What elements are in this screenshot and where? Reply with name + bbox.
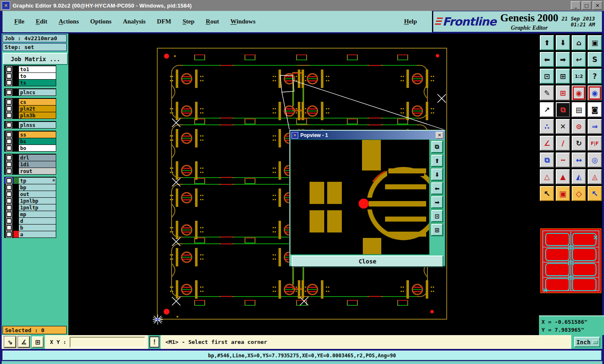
layer-checkbox[interactable]	[5, 121, 13, 128]
layer-label[interactable]: 1pnltp	[19, 204, 56, 211]
layer-row-plnss[interactable]: plnss	[5, 121, 56, 128]
edit-attributes-button[interactable]: ✎	[540, 85, 554, 101]
layer-checkbox[interactable]	[5, 231, 13, 238]
mirror-button[interactable]: F|F	[588, 136, 602, 151]
copy-button[interactable]: ⧉	[556, 102, 570, 117]
layer-checkbox[interactable]	[5, 211, 13, 217]
close-button[interactable]: ✕	[593, 1, 602, 10]
layer-label[interactable]: bp	[19, 184, 56, 191]
layer-label[interactable]: to1	[19, 66, 56, 72]
layer-color-swatch[interactable]	[13, 231, 19, 238]
layer-label[interactable]: pln3b	[19, 112, 56, 119]
menu-item-options[interactable]: Options	[90, 18, 112, 25]
popview-zoom-extents-button[interactable]: ⊡	[431, 210, 443, 222]
menu-item-actions[interactable]: Actions	[59, 18, 79, 25]
menu-item-step[interactable]: Step	[182, 18, 194, 25]
change-symbol-button[interactable]: ⇒	[588, 119, 602, 134]
layer-color-swatch[interactable]	[13, 154, 19, 161]
menu-item-help[interactable]: Help	[404, 18, 417, 25]
snap-grid-button[interactable]: ⊞	[556, 85, 570, 101]
layer-row-tp[interactable]: tp⊞	[5, 177, 56, 184]
layer-checkbox[interactable]	[5, 154, 13, 161]
layer-row-a[interactable]: a	[5, 231, 56, 238]
layer-row-bs[interactable]: bs	[5, 138, 56, 145]
move-button[interactable]: ↗	[540, 102, 554, 117]
layer-checkbox[interactable]	[5, 112, 13, 119]
layer-label[interactable]: bs	[19, 138, 56, 145]
popview-close-x-button[interactable]: ✕	[436, 132, 443, 139]
layer-color-swatch[interactable]	[13, 161, 19, 168]
menu-item-dfm[interactable]: DFM	[157, 18, 171, 25]
layer-row-to1[interactable]: to1	[5, 66, 56, 72]
layer-color-swatch[interactable]	[13, 89, 19, 96]
layer-row-mp[interactable]: mp	[5, 211, 56, 217]
layer-checkbox[interactable]	[5, 204, 13, 211]
panel-overview[interactable]	[540, 228, 601, 293]
popview-zoom-out-button[interactable]: ⬇	[431, 168, 443, 181]
popview-zoom-in-button[interactable]: ⬆	[431, 155, 443, 167]
break-line-button[interactable]: ╍	[556, 152, 570, 168]
menu-item-windows[interactable]: Windows	[230, 18, 255, 25]
menu-item-analysis[interactable]: Analysis	[123, 18, 146, 25]
units-dropdown[interactable]: Inch	[574, 337, 600, 347]
layer-label[interactable]: to	[19, 72, 56, 79]
layer-color-swatch[interactable]	[13, 98, 19, 105]
popview-zoom-fit-button[interactable]: ⊞	[431, 224, 443, 236]
layer-expand-icon[interactable]: ⊞	[53, 178, 55, 182]
previous-view-button[interactable]: ↩	[572, 52, 586, 67]
highlight-net-button[interactable]: ◉	[572, 85, 586, 101]
popview-pan-left-button[interactable]: ⬅	[431, 182, 443, 194]
layer-row-out[interactable]: out	[5, 191, 56, 197]
layer-checkbox[interactable]	[5, 66, 13, 72]
layer-checkbox[interactable]	[5, 168, 13, 174]
layer-checkbox[interactable]	[5, 197, 13, 204]
layer-color-swatch[interactable]	[13, 211, 19, 217]
layer-color-swatch[interactable]	[13, 112, 19, 119]
window-xy-button[interactable]: ▣	[588, 35, 602, 50]
delete-button[interactable]: ✕	[556, 119, 570, 134]
copy-to-layer-button[interactable]: ⧉	[540, 152, 554, 168]
layer-color-swatch[interactable]	[13, 66, 19, 72]
layer-color-swatch[interactable]	[13, 184, 19, 191]
line-width-button[interactable]: ↔	[572, 152, 586, 168]
layer-row-drl[interactable]: drl	[5, 154, 56, 161]
help-button[interactable]: ?	[588, 69, 602, 84]
layer-color-swatch[interactable]	[13, 168, 19, 174]
layer-checkbox[interactable]	[5, 131, 13, 138]
highlight-net-alt-button[interactable]: ◉	[588, 85, 602, 101]
layer-row-ss[interactable]: ss	[5, 131, 56, 138]
layer-color-swatch[interactable]	[13, 121, 19, 128]
layer-row-cs[interactable]: cs	[5, 98, 56, 105]
select-inside-box-button[interactable]: ▣	[556, 186, 570, 201]
layer-row-ts[interactable]: ts	[5, 79, 56, 86]
measure-ruler-button[interactable]: ▤	[572, 102, 586, 117]
command-history-button[interactable]: !	[149, 336, 159, 348]
layer-row-rout[interactable]: rout	[5, 168, 56, 174]
contour-base-button[interactable]: ◬	[588, 169, 602, 184]
menu-item-edit[interactable]: Edit	[36, 18, 47, 25]
pointer-mode-button[interactable]: ⇘	[4, 336, 16, 348]
menu-item-rout[interactable]: Rout	[206, 18, 219, 25]
layer-checkbox[interactable]	[5, 184, 13, 191]
layer-checkbox[interactable]	[5, 105, 13, 112]
layer-color-swatch[interactable]	[13, 191, 19, 197]
layer-checkbox[interactable]	[5, 72, 13, 79]
layer-label[interactable]: out	[19, 191, 56, 197]
minimize-button[interactable]: _	[571, 1, 581, 10]
layer-label[interactable]: ts	[19, 79, 56, 86]
grid-toggle-button[interactable]: ⊞	[32, 336, 44, 348]
layer-label[interactable]: rout	[19, 168, 56, 174]
pan-right-button[interactable]: ➡	[556, 52, 570, 67]
zoom-extents-button[interactable]: ⊡	[540, 69, 554, 84]
slant-line-button[interactable]: ∕	[556, 136, 570, 151]
select-net-button[interactable]: ↖	[588, 186, 602, 201]
maximize-button[interactable]: □	[582, 1, 591, 10]
layer-label[interactable]: b	[19, 224, 56, 231]
layer-label[interactable]: drl	[19, 154, 56, 161]
pan-left-button[interactable]: ⬅	[540, 52, 554, 67]
layer-row-plncs[interactable]: plncs	[5, 89, 56, 96]
layer-label[interactable]: tp⊞	[19, 177, 56, 184]
zoom-in-button[interactable]: ⬆	[540, 35, 554, 50]
popview-canvas[interactable]	[290, 139, 430, 255]
layer-color-swatch[interactable]	[13, 79, 19, 86]
